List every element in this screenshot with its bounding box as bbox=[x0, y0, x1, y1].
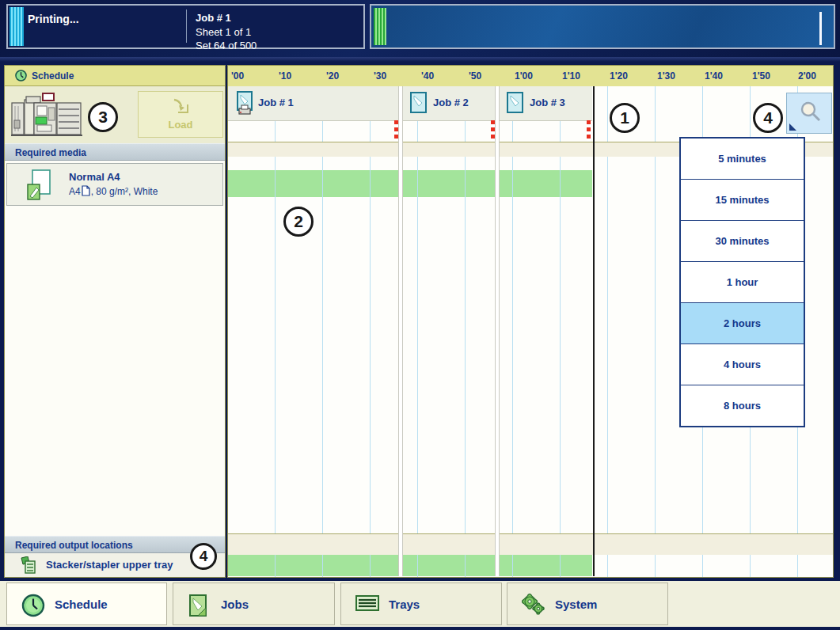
schedule-end-line bbox=[593, 86, 595, 576]
load-button-label: Load bbox=[139, 119, 222, 131]
job-block-3[interactable]: Job # 3 bbox=[500, 86, 592, 121]
window-bottom-edge bbox=[0, 627, 840, 630]
schedule-sidebar: Schedule bbox=[4, 65, 226, 578]
status-divider bbox=[186, 9, 187, 43]
annotation-circle-5: 4 bbox=[753, 103, 783, 133]
clock-icon bbox=[21, 594, 45, 617]
job-doc-icon bbox=[409, 91, 428, 115]
timescale-option-8h[interactable]: 8 hours bbox=[681, 385, 804, 426]
media-list-item[interactable]: Normal A4 A4, 80 g/m², White bbox=[6, 163, 223, 206]
schedule-panel-title: Schedule bbox=[32, 70, 74, 82]
time-tick: '20 bbox=[326, 70, 339, 82]
printer-status-panel: Printing... Job # 1 Sheet 1 of 1 Set 64 … bbox=[6, 4, 365, 49]
timescale-zoom-button[interactable] bbox=[786, 93, 832, 134]
timescale-option-30min[interactable]: 30 minutes bbox=[681, 221, 804, 262]
time-tick: 1'50 bbox=[752, 70, 770, 82]
status-bar: Printing... Job # 1 Sheet 1 of 1 Set 64 … bbox=[0, 0, 840, 57]
activity-indicator bbox=[10, 7, 24, 46]
job2-output-bar bbox=[403, 554, 495, 576]
set-progress-text: Set 64 of 500 bbox=[196, 40, 257, 51]
job-label: Job # 2 bbox=[433, 97, 469, 108]
schedule-panel-header: Schedule bbox=[5, 66, 225, 86]
time-tick: '50 bbox=[469, 70, 481, 82]
time-tick: 1'30 bbox=[657, 70, 675, 82]
page-glyph-icon bbox=[82, 185, 90, 196]
job-column-separator bbox=[398, 86, 403, 576]
annotation-circle-1: 1 bbox=[610, 103, 640, 133]
time-ruler: '00 '10 '20 '30 '40 '50 1'00 1'10 1'20 1… bbox=[228, 66, 833, 87]
load-button[interactable]: Load bbox=[138, 91, 223, 138]
annotation-circle-3: 3 bbox=[88, 102, 118, 132]
time-tick: 1'40 bbox=[705, 70, 723, 82]
job3-media-bar bbox=[500, 170, 592, 197]
schedule-timeline: '00 '10 '20 '30 '40 '50 1'00 1'10 1'20 1… bbox=[227, 65, 834, 578]
annotation-circle-2: 2 bbox=[283, 207, 314, 237]
job1-media-bar bbox=[228, 170, 398, 197]
job-doc-icon bbox=[506, 91, 525, 115]
job-column-separator bbox=[495, 86, 500, 576]
timescale-option-15min[interactable]: 15 minutes bbox=[681, 180, 804, 221]
media-details: A4, 80 g/m², White bbox=[69, 185, 158, 197]
media-size: A4 bbox=[69, 186, 81, 197]
job-label: Job # 1 bbox=[258, 97, 294, 108]
progress-fill bbox=[374, 8, 386, 45]
job-progress-panel bbox=[370, 4, 835, 49]
topbar-separator bbox=[0, 57, 840, 62]
media-specs: , 80 g/m², White bbox=[91, 186, 158, 197]
tab-trays[interactable]: Trays bbox=[340, 583, 502, 625]
timescale-option-2h[interactable]: 2 hours bbox=[681, 303, 804, 344]
output-lane-band bbox=[228, 533, 833, 555]
main-tab-bar: Schedule Jobs Trays bbox=[0, 579, 840, 628]
job-block-2[interactable]: Job # 2 bbox=[403, 86, 495, 121]
tab-jobs[interactable]: Jobs bbox=[173, 583, 335, 625]
sheet-progress-text: Sheet 1 of 1 bbox=[196, 26, 251, 38]
tab-system[interactable]: System bbox=[507, 583, 668, 625]
job-end-marker bbox=[491, 120, 495, 142]
tab-label: System bbox=[555, 598, 597, 611]
timeline-body: Job # 1 Job # 2 Job # 3 bbox=[228, 86, 833, 577]
timescale-option-5min[interactable]: 5 minutes bbox=[681, 139, 804, 180]
media-name: Normal A4 bbox=[69, 171, 120, 183]
job-end-marker bbox=[394, 120, 398, 142]
output-location-name: Stacker/stapler upper tray bbox=[46, 559, 173, 571]
job-label: Job # 3 bbox=[530, 97, 565, 108]
timescale-menu: 5 minutes 15 minutes 30 minutes 1 hour 2… bbox=[679, 137, 805, 427]
timescale-option-1h[interactable]: 1 hour bbox=[681, 262, 804, 303]
dropdown-corner-triangle bbox=[789, 123, 796, 131]
current-job-title: Job # 1 bbox=[196, 12, 231, 24]
time-tick: '10 bbox=[279, 70, 291, 82]
time-tick: 1'10 bbox=[562, 70, 580, 82]
system-gears-icon bbox=[522, 594, 545, 617]
output-tray-icon bbox=[19, 556, 38, 574]
time-tick: 2'00 bbox=[798, 70, 816, 82]
annotation-circle-4: 4 bbox=[190, 543, 217, 570]
time-tick: '00 bbox=[231, 70, 244, 82]
trays-icon bbox=[355, 594, 379, 613]
time-tick: 1'00 bbox=[515, 70, 533, 82]
clock-icon bbox=[15, 70, 27, 82]
job-block-1[interactable]: Job # 1 bbox=[228, 86, 398, 121]
time-tick: 1'20 bbox=[610, 70, 628, 82]
job-end-marker bbox=[587, 120, 591, 142]
time-tick: '40 bbox=[421, 70, 434, 82]
tab-schedule[interactable]: Schedule bbox=[6, 583, 167, 625]
load-arrow-icon bbox=[172, 97, 191, 115]
media-page-icon bbox=[26, 169, 58, 202]
printer-icon bbox=[11, 92, 82, 138]
job3-output-bar bbox=[500, 554, 592, 576]
job1-output-bar bbox=[228, 554, 398, 576]
printing-job-icon bbox=[234, 91, 257, 116]
tab-label: Trays bbox=[389, 598, 420, 611]
tab-label: Jobs bbox=[221, 598, 249, 611]
timescale-option-4h[interactable]: 4 hours bbox=[681, 344, 804, 385]
required-media-header: Required media bbox=[5, 143, 225, 161]
time-tick: '30 bbox=[374, 70, 386, 82]
job2-media-bar bbox=[403, 170, 495, 197]
jobs-doc-icon bbox=[188, 594, 208, 617]
printer-state-text: Printing... bbox=[28, 13, 79, 25]
tab-label: Schedule bbox=[55, 598, 108, 611]
progress-end-marker bbox=[819, 12, 822, 45]
